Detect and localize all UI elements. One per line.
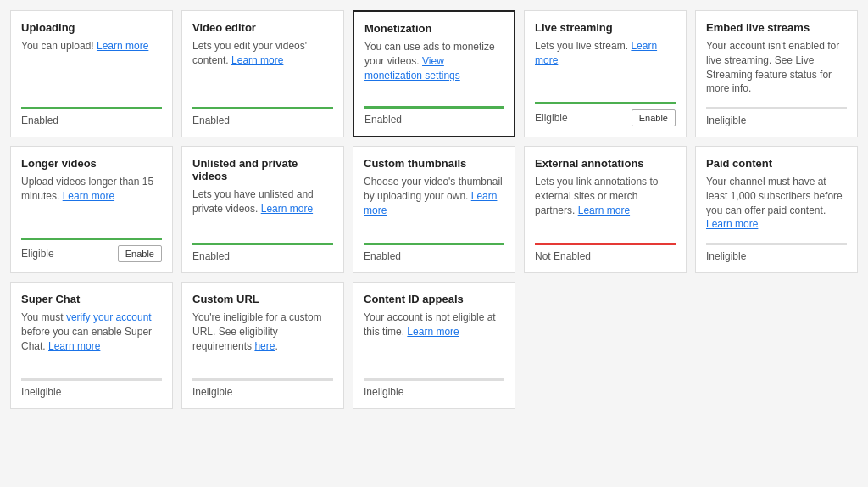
card-footer-custom-url: Ineligible	[192, 378, 333, 398]
card-footer-custom-thumbnails: Enabled	[364, 243, 504, 262]
learn-more-link[interactable]: Learn more	[231, 54, 283, 66]
card-desc-unlisted-private-videos: Lets you have unlisted and private video…	[192, 188, 333, 234]
card-desc-content-id-appeals: Your account is not eligible at this tim…	[364, 311, 504, 370]
card-live-streaming: Live streamingLets you live stream. Lear…	[524, 10, 687, 137]
card-title-longer-videos: Longer videos	[21, 157, 162, 170]
feature-row-1: UploadingYou can upload! Learn moreEnabl…	[10, 10, 858, 137]
card-footer-super-chat: Ineligible	[21, 378, 162, 398]
feature-row-2: Longer videosUpload videos longer than 1…	[10, 146, 858, 273]
feature-row-3: Super ChatYou must verify your account b…	[10, 282, 858, 409]
status-label-monetization: Enabled	[364, 114, 402, 126]
card-embed-live-streams: Embed live streamsYour account isn't ena…	[695, 10, 858, 137]
card-paid-content: Paid contentYour channel must have at le…	[695, 146, 858, 273]
status-label-external-annotations: Not Enabled	[535, 250, 591, 262]
card-monetization: MonetizationYou can use ads to monetize …	[353, 10, 515, 137]
card-title-monetization: Monetization	[364, 22, 504, 35]
card-title-custom-url: Custom URL	[192, 293, 333, 305]
learn-more-link[interactable]: Learn more	[63, 190, 114, 202]
status-label-longer-videos: Eligible	[21, 248, 54, 260]
card-external-annotations: External annotationsLets you link annota…	[524, 146, 687, 273]
card-desc-monetization: You can use ads to monetize your videos.…	[364, 40, 504, 98]
card-title-paid-content: Paid content	[706, 157, 847, 170]
view-monetization-link[interactable]: View monetization settings	[364, 55, 460, 81]
card-title-external-annotations: External annotations	[535, 157, 676, 170]
status-label-video-editor: Enabled	[192, 115, 230, 126]
enable-button-live-streaming[interactable]: Enable	[632, 109, 676, 126]
learn-more-link[interactable]: Learn more	[261, 203, 313, 215]
card-desc-embed-live-streams: Your account isn't enabled for live stre…	[706, 39, 847, 98]
status-label-super-chat: Ineligible	[21, 386, 61, 398]
card-uploading: UploadingYou can upload! Learn moreEnabl…	[10, 10, 173, 137]
card-super-chat: Super ChatYou must verify your account b…	[10, 282, 173, 409]
card-title-unlisted-private-videos: Unlisted and private videos	[192, 157, 333, 182]
verify-account-link[interactable]: verify your account	[66, 311, 152, 323]
card-desc-paid-content: Your channel must have at least 1,000 su…	[706, 175, 847, 234]
eligibility-link[interactable]: here	[254, 340, 275, 352]
status-label-uploading: Enabled	[21, 115, 58, 126]
card-desc-uploading: You can upload! Learn more	[21, 39, 162, 98]
card-desc-video-editor: Lets you edit your videos' content. Lear…	[192, 39, 333, 98]
card-longer-videos: Longer videosUpload videos longer than 1…	[10, 146, 173, 273]
card-footer-live-streaming: EligibleEnable	[535, 102, 676, 126]
learn-more-link[interactable]: Learn more	[407, 326, 459, 338]
card-footer-uploading: Enabled	[21, 107, 162, 126]
card-footer-video-editor: Enabled	[192, 107, 333, 126]
card-footer-embed-live-streams: Ineligible	[706, 107, 847, 126]
learn-more-link[interactable]: Learn more	[578, 204, 630, 216]
card-title-video-editor: Video editor	[192, 21, 333, 34]
card-desc-external-annotations: Lets you link annotations to external si…	[535, 175, 676, 234]
card-desc-custom-url: You're ineligible for a custom URL. See …	[192, 311, 333, 370]
card-footer-content-id-appeals: Ineligible	[364, 378, 504, 398]
card-custom-url: Custom URLYou're ineligible for a custom…	[181, 282, 344, 409]
card-desc-live-streaming: Lets you live stream. Learn more	[535, 39, 676, 93]
status-label-custom-url: Ineligible	[192, 386, 232, 398]
card-title-uploading: Uploading	[21, 21, 162, 34]
enable-button-longer-videos[interactable]: Enable	[118, 245, 162, 262]
status-label-custom-thumbnails: Enabled	[364, 250, 401, 262]
status-label-embed-live-streams: Ineligible	[706, 115, 746, 126]
card-title-live-streaming: Live streaming	[535, 21, 676, 34]
card-footer-paid-content: Ineligible	[706, 243, 847, 262]
learn-more-link[interactable]: Learn more	[48, 340, 100, 352]
status-label-paid-content: Ineligible	[706, 250, 746, 262]
card-title-super-chat: Super Chat	[21, 293, 162, 305]
card-title-embed-live-streams: Embed live streams	[706, 21, 847, 34]
card-footer-monetization: Enabled	[364, 106, 504, 126]
card-footer-unlisted-private-videos: Enabled	[192, 243, 333, 262]
card-desc-super-chat: You must verify your account before you …	[21, 311, 162, 370]
card-title-content-id-appeals: Content ID appeals	[364, 293, 504, 305]
card-custom-thumbnails: Custom thumbnailsChoose your video's thu…	[353, 146, 515, 273]
learn-more-link[interactable]: Learn more	[706, 218, 758, 230]
status-label-unlisted-private-videos: Enabled	[192, 250, 230, 262]
card-desc-longer-videos: Upload videos longer than 15 minutes. Le…	[21, 175, 162, 229]
card-title-custom-thumbnails: Custom thumbnails	[364, 157, 504, 170]
card-desc-custom-thumbnails: Choose your video's thumbnail by uploadi…	[364, 175, 504, 234]
learn-more-link[interactable]: Learn more	[535, 40, 657, 66]
card-footer-external-annotations: Not Enabled	[535, 243, 676, 262]
status-label-content-id-appeals: Ineligible	[364, 386, 403, 398]
card-content-id-appeals: Content ID appealsYour account is not el…	[353, 282, 515, 409]
learn-more-link[interactable]: Learn more	[364, 190, 497, 216]
learn-more-link[interactable]: Learn more	[97, 40, 148, 52]
status-label-live-streaming: Eligible	[535, 112, 568, 124]
card-video-editor: Video editorLets you edit your videos' c…	[181, 10, 344, 137]
card-footer-longer-videos: EligibleEnable	[21, 238, 162, 262]
card-unlisted-private-videos: Unlisted and private videosLets you have…	[181, 146, 344, 273]
